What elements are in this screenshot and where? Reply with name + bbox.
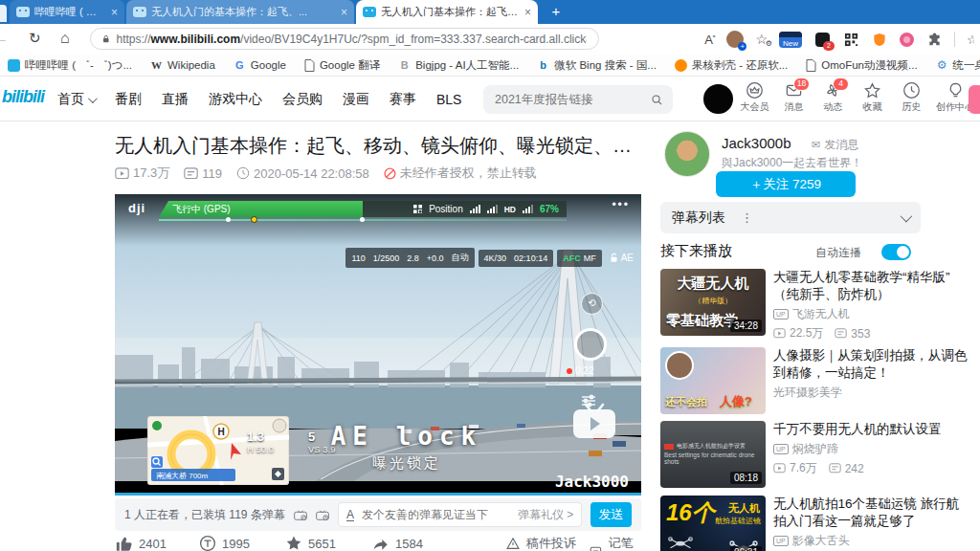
- user-avatar[interactable]: [703, 84, 733, 114]
- nav-vip-shop[interactable]: 会员购: [282, 91, 323, 108]
- thumbs-up-icon: [115, 535, 133, 551]
- bookmark-sso-1[interactable]: ⚙统一身份认证平台: [936, 58, 980, 73]
- bookmark-google[interactable]: GGoogle: [234, 59, 286, 72]
- coin-button[interactable]: 1995: [199, 535, 250, 551]
- danmaku-count-icon: [184, 167, 198, 180]
- bookmark-bigjpg[interactable]: BBigjpg - AI人工智能...: [398, 58, 519, 73]
- timeline-home-dot: [251, 216, 257, 223]
- danmaku-toggle-icon[interactable]: [294, 507, 307, 523]
- video-thumbnail[interactable]: 电影感无人机航拍必学设置 Best settings for cinematic…: [660, 421, 766, 488]
- search-input[interactable]: [493, 92, 651, 107]
- bookmark-omofun[interactable]: OmoFun动漫视频...: [806, 58, 917, 73]
- video-thumbnail[interactable]: 大疆无人机 （精华版） 零基础教学 34:28: [660, 269, 766, 336]
- danmaku-settings-icon[interactable]: [316, 507, 329, 523]
- video-title[interactable]: 无人机航拍16个基础运镜 旅行航拍入门看这一篇就足够了: [773, 496, 969, 530]
- uploader-row[interactable]: 光环摄影美学: [773, 385, 969, 401]
- extension-notes-icon[interactable]: 2: [813, 31, 831, 48]
- record-button[interactable]: [574, 328, 607, 361]
- note-button[interactable]: 记笔记: [589, 535, 643, 551]
- browser-tab-1[interactable]: 哔哩哔哩 ( ゜- ゜)つロ 干杯~-bili... ×: [10, 0, 124, 24]
- video-thumbnail[interactable]: 16个 无人机 航拍基础运镜 06:31: [660, 496, 766, 551]
- nav-home[interactable]: 首页: [57, 91, 95, 108]
- report-link[interactable]: 稿件投诉: [505, 535, 576, 551]
- nav-live[interactable]: 直播: [162, 91, 189, 108]
- follow-button[interactable]: ＋关注 7259: [716, 171, 856, 197]
- nav-bls[interactable]: BLS: [436, 92, 461, 107]
- lock-icon: [102, 33, 109, 45]
- nav-game-center[interactable]: 游戏中心: [209, 91, 262, 108]
- uploader-row[interactable]: UP飞游无人机: [773, 306, 969, 322]
- share-button[interactable]: 1584: [371, 535, 423, 551]
- uploader-name[interactable]: Jack3000b: [722, 135, 791, 151]
- recommended-video-3[interactable]: 电影感无人机航拍必学设置 Best settings for cinematic…: [660, 421, 969, 488]
- menu-vip[interactable]: 大会员: [735, 81, 774, 114]
- video-thumbnail[interactable]: 还不会拍 人像?: [660, 347, 766, 414]
- bilibili-logo[interactable]: bilibili: [2, 87, 44, 107]
- menu-messages[interactable]: 18 消息: [774, 81, 813, 114]
- address-bar[interactable]: https://www.bilibili.com/video/BV19C4y1H…: [90, 28, 599, 50]
- uploader-row[interactable]: UP影像大舌头: [773, 533, 969, 549]
- recommended-video-2[interactable]: 还不会拍 人像? 人像摄影｜从策划到拍摄，从调色到精修，一站搞定！ 光环摄影美学: [660, 347, 969, 414]
- player-play-icon[interactable]: [572, 403, 616, 439]
- nav-bangumi[interactable]: 番剧: [115, 91, 142, 108]
- uploader-row[interactable]: UP焖烧驴蹄: [773, 441, 969, 457]
- video-title[interactable]: 大疆无人机零基础教学“精华版”（纯新手、防炸机）: [773, 269, 969, 303]
- photo-video-toggle-icon[interactable]: ⟲: [581, 293, 603, 315]
- recommended-video-4[interactable]: 16个 无人机 航拍基础运镜 06:31 无人机航拍16个基础运镜 旅行航拍入门…: [660, 496, 969, 551]
- nav-esports[interactable]: 赛事: [390, 91, 416, 108]
- favorites-collections-icon[interactable]: ☆⚙: [755, 32, 768, 47]
- recommended-video-1[interactable]: 大疆无人机 （精华版） 零基础教学 34:28 大疆无人机零基础教学“精华版”（…: [660, 269, 969, 336]
- danmaku-list-more-icon[interactable]: ⋮: [741, 210, 753, 225]
- player-progress-bar[interactable]: [115, 493, 641, 496]
- refresh-icon[interactable]: ↻: [29, 30, 41, 47]
- extension-pink-icon[interactable]: [900, 33, 914, 47]
- profile-sync-icon[interactable]: [726, 31, 744, 48]
- upload-button-partial[interactable]: [969, 85, 980, 114]
- menu-dynamics[interactable]: 4 动态: [813, 81, 853, 114]
- autoplay-toggle[interactable]: [881, 244, 911, 260]
- chevron-down-icon[interactable]: [901, 210, 913, 223]
- send-danmaku-button[interactable]: 发送: [590, 502, 632, 527]
- uploader-avatar[interactable]: [664, 131, 710, 177]
- extension-new-icon[interactable]: New: [779, 32, 802, 48]
- danmaku-input-wrapper[interactable]: A 弹幕礼仪 >: [338, 502, 582, 527]
- danmaku-list-panel[interactable]: 弹幕列表 ⋮: [660, 202, 921, 233]
- tab-close-icon[interactable]: ×: [524, 7, 531, 18]
- danmaku-etiquette-link[interactable]: 弹幕礼仪 >: [518, 507, 573, 523]
- tab-close-icon[interactable]: ×: [111, 7, 118, 18]
- send-message-link[interactable]: ✉ 发消息: [812, 137, 858, 153]
- search-box[interactable]: [483, 85, 673, 114]
- ghxi-icon: [675, 59, 687, 72]
- more-toolbar-icon[interactable]: ☆: [967, 33, 974, 47]
- back-icon[interactable]: ←: [0, 30, 9, 46]
- battery-percent: 67%: [540, 204, 559, 214]
- search-icon[interactable]: [651, 93, 663, 107]
- adblock-shield-icon[interactable]: [871, 31, 888, 48]
- extensions-puzzle-icon[interactable]: [925, 31, 943, 48]
- bookmark-google-translate[interactable]: Google 翻译: [304, 58, 380, 73]
- nav-manga[interactable]: 漫画: [343, 91, 369, 108]
- browser-tab-active[interactable]: 无人机入门基本操作：起飞、移... ×: [356, 0, 538, 24]
- favorite-button[interactable]: 5651: [285, 535, 336, 551]
- home-icon[interactable]: ⌂: [60, 30, 70, 47]
- bookmark-bing[interactable]: b微软 Bing 搜索 - 国...: [537, 58, 657, 73]
- like-button[interactable]: 2401: [115, 535, 167, 551]
- qr-code-icon[interactable]: [842, 31, 859, 48]
- browser-tab-2[interactable]: 无人机入门的基本操作：起飞、... ×: [126, 0, 354, 24]
- danmaku-style-icon[interactable]: A: [346, 509, 354, 521]
- menu-favorites[interactable]: 收藏: [853, 81, 892, 114]
- tab-close-icon[interactable]: ×: [341, 7, 347, 18]
- bookmark-bilibili[interactable]: 哔哩哔哩 ( ゜- ゜)つ...: [8, 58, 132, 73]
- bookmark-ghxi[interactable]: 果核剥壳 - 还原软...: [675, 58, 788, 73]
- video-title[interactable]: 千万不要用无人机的默认设置: [773, 421, 969, 438]
- new-tab-button[interactable]: +: [547, 3, 565, 20]
- danmaku-input[interactable]: [360, 507, 512, 522]
- ae-lock-badge[interactable]: AE: [610, 253, 634, 263]
- read-aloud-icon[interactable]: Aᵃ: [704, 33, 715, 47]
- bookmark-wikipedia[interactable]: WWikipedia: [150, 59, 215, 72]
- video-title[interactable]: 人像摄影｜从策划到拍摄，从调色到精修，一站搞定！: [773, 347, 969, 382]
- more-options-icon[interactable]: •••: [612, 198, 630, 211]
- menu-history[interactable]: 历史: [892, 81, 931, 114]
- video-player[interactable]: dji 飞行中 (GPS) Position HD 67% ••• 1101/2…: [115, 194, 641, 496]
- exposure-values: 1101/25002.8+0.0自动: [345, 248, 474, 268]
